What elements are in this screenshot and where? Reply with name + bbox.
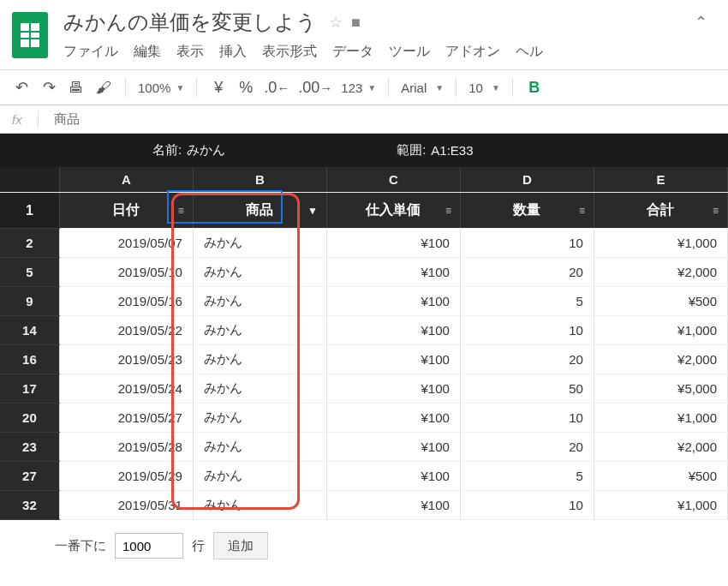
decrease-decimal-icon[interactable]: .0← — [264, 77, 289, 98]
number-format-select[interactable]: 123▼ — [341, 81, 376, 95]
cell-product[interactable]: みかん — [193, 433, 326, 462]
menu-tools[interactable]: ツール — [389, 43, 430, 61]
header-product[interactable]: 商品▼ — [193, 193, 326, 229]
col-header-b[interactable]: B — [193, 167, 326, 193]
cell-qty[interactable]: 50 — [460, 374, 594, 404]
table-row[interactable]: 92019/05/16みかん¥1005¥500 — [0, 287, 728, 316]
cell-price[interactable]: ¥100 — [326, 404, 460, 433]
zoom-select[interactable]: 100%▼ — [138, 81, 184, 95]
table-row[interactable]: 232019/05/28みかん¥10020¥2,000 — [0, 433, 728, 462]
range-ref-value[interactable]: A1:E33 — [431, 143, 473, 158]
cell-date[interactable]: 2019/05/27 — [59, 404, 193, 433]
collapse-icon[interactable]: ⌃ — [695, 13, 716, 32]
table-row[interactable]: 162019/05/23みかん¥10020¥2,000 — [0, 345, 728, 374]
menu-help[interactable]: ヘル — [516, 43, 543, 61]
folder-icon[interactable]: ■ — [351, 14, 361, 32]
cell-product[interactable]: みかん — [193, 287, 326, 316]
col-header-c[interactable]: C — [326, 167, 460, 193]
cell-qty[interactable]: 20 — [460, 258, 594, 287]
row-number[interactable]: 2 — [0, 229, 59, 258]
menu-edit[interactable]: 編集 — [134, 43, 161, 61]
cell-date[interactable]: 2019/05/28 — [59, 433, 193, 462]
cell-product[interactable]: みかん — [193, 345, 326, 374]
table-row[interactable]: 322019/05/31みかん¥10010¥1,000 — [0, 491, 728, 520]
cell-total[interactable]: ¥1,000 — [594, 229, 727, 258]
menu-insert[interactable]: 挿入 — [219, 43, 247, 61]
row-number[interactable]: 14 — [0, 316, 59, 345]
sheets-icon[interactable] — [12, 12, 48, 58]
col-header-e[interactable]: E — [594, 167, 727, 193]
header-qty[interactable]: 数量≡ — [460, 193, 594, 229]
row-number[interactable]: 17 — [0, 374, 59, 404]
menu-data[interactable]: データ — [332, 43, 373, 61]
cell-date[interactable]: 2019/05/07 — [59, 229, 193, 258]
row-number[interactable]: 16 — [0, 345, 59, 374]
menu-addons[interactable]: アドオン — [445, 43, 500, 61]
redo-icon[interactable]: ↷ — [39, 77, 58, 98]
row-number[interactable]: 27 — [0, 462, 59, 491]
row-number[interactable]: 5 — [0, 258, 59, 287]
cell-qty[interactable]: 5 — [460, 287, 594, 316]
header-price[interactable]: 仕入単価≡ — [326, 193, 460, 229]
row-number[interactable]: 20 — [0, 404, 59, 433]
row-header-1[interactable]: 1 — [0, 193, 59, 229]
cell-product[interactable]: みかん — [193, 229, 326, 258]
cell-qty[interactable]: 10 — [460, 229, 594, 258]
add-rows-input[interactable] — [115, 533, 183, 559]
table-row[interactable]: 272019/05/29みかん¥1005¥500 — [0, 462, 728, 491]
font-select[interactable]: Arial — [401, 81, 427, 95]
cell-qty[interactable]: 10 — [460, 404, 594, 433]
col-header-d[interactable]: D — [460, 167, 594, 193]
cell-date[interactable]: 2019/05/29 — [59, 462, 193, 491]
cell-total[interactable]: ¥1,000 — [594, 491, 727, 520]
table-row[interactable]: 52019/05/10みかん¥10020¥2,000 — [0, 258, 728, 287]
cell-price[interactable]: ¥100 — [326, 316, 460, 345]
row-number[interactable]: 23 — [0, 433, 59, 462]
table-row[interactable]: 22019/05/07みかん¥10010¥1,000 — [0, 229, 728, 258]
filter-icon[interactable]: ≡ — [579, 205, 585, 217]
cell-price[interactable]: ¥100 — [326, 287, 460, 316]
cell-price[interactable]: ¥100 — [326, 491, 460, 520]
doc-title[interactable]: みかんの単価を変更しよう — [63, 9, 317, 36]
cell-total[interactable]: ¥500 — [594, 287, 727, 316]
cell-qty[interactable]: 5 — [460, 462, 594, 491]
cell-price[interactable]: ¥100 — [326, 229, 460, 258]
spreadsheet-grid[interactable]: A B C D E 1 日付≡ 商品▼ 仕入単価≡ 数量≡ 合計≡ 22019/… — [0, 167, 728, 520]
cell-date[interactable]: 2019/05/24 — [59, 374, 193, 404]
filter-icon[interactable]: ≡ — [178, 205, 184, 217]
menu-format[interactable]: 表示形式 — [262, 43, 317, 61]
header-total[interactable]: 合計≡ — [594, 193, 727, 229]
formula-value[interactable]: 商品 — [54, 111, 80, 128]
filter-icon[interactable]: ≡ — [445, 205, 451, 217]
cell-price[interactable]: ¥100 — [326, 433, 460, 462]
increase-decimal-icon[interactable]: .00→ — [298, 77, 332, 98]
cell-total[interactable]: ¥500 — [594, 462, 727, 491]
cell-total[interactable]: ¥2,000 — [594, 258, 727, 287]
cell-price[interactable]: ¥100 — [326, 345, 460, 374]
cell-product[interactable]: みかん — [193, 491, 326, 520]
cell-total[interactable]: ¥1,000 — [594, 404, 727, 433]
cell-qty[interactable]: 20 — [460, 433, 594, 462]
cell-price[interactable]: ¥100 — [326, 374, 460, 404]
filter-icon[interactable]: ▼ — [307, 205, 318, 217]
cell-total[interactable]: ¥1,000 — [594, 316, 727, 345]
header-date[interactable]: 日付≡ — [59, 193, 193, 229]
row-number[interactable]: 32 — [0, 491, 59, 520]
cell-product[interactable]: みかん — [193, 374, 326, 404]
paint-format-icon[interactable]: 🖌 — [94, 77, 113, 98]
filter-icon[interactable]: ≡ — [713, 205, 719, 217]
bold-button[interactable]: B — [525, 77, 544, 98]
font-dropdown-icon[interactable]: ▼ — [435, 83, 444, 93]
cell-product[interactable]: みかん — [193, 258, 326, 287]
cell-qty[interactable]: 20 — [460, 345, 594, 374]
add-rows-button[interactable]: 追加 — [213, 532, 268, 559]
cell-price[interactable]: ¥100 — [326, 462, 460, 491]
cell-date[interactable]: 2019/05/10 — [59, 258, 193, 287]
cell-price[interactable]: ¥100 — [326, 258, 460, 287]
table-row[interactable]: 202019/05/27みかん¥10010¥1,000 — [0, 404, 728, 433]
font-size-select[interactable]: 10 — [468, 81, 483, 95]
menu-view[interactable]: 表示 — [176, 43, 204, 61]
cell-product[interactable]: みかん — [193, 404, 326, 433]
cell-date[interactable]: 2019/05/31 — [59, 491, 193, 520]
cell-total[interactable]: ¥2,000 — [594, 433, 727, 462]
